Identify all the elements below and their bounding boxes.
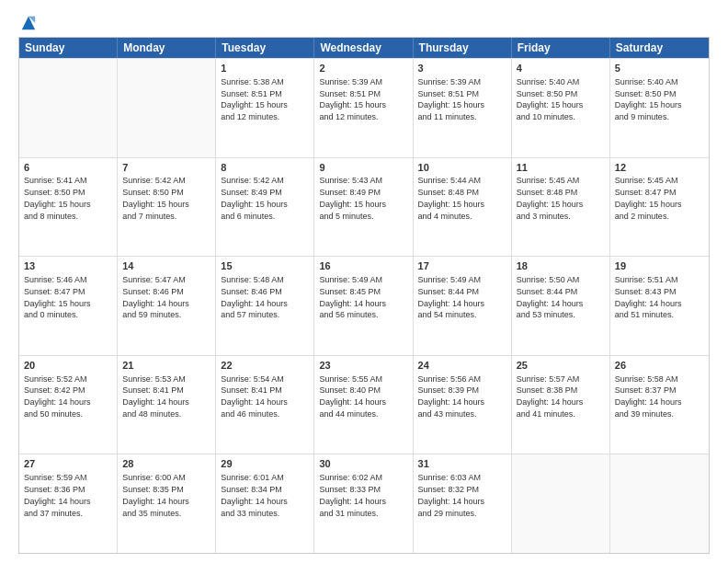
day-content: Sunrise: 5:45 AM Sunset: 8:48 PM Dayligh… <box>517 176 584 220</box>
day-number: 4 <box>517 62 605 75</box>
calendar-cell: 10Sunrise: 5:44 AM Sunset: 8:48 PM Dayli… <box>414 158 512 257</box>
calendar-cell: 31Sunrise: 6:03 AM Sunset: 8:32 PM Dayli… <box>414 454 512 553</box>
calendar-cell: 30Sunrise: 6:02 AM Sunset: 8:33 PM Dayli… <box>314 454 413 553</box>
page: SundayMondayTuesdayWednesdayThursdayFrid… <box>0 0 728 563</box>
header-cell-friday: Friday <box>512 38 610 58</box>
calendar: SundayMondayTuesdayWednesdayThursdayFrid… <box>18 37 710 554</box>
day-content: Sunrise: 6:01 AM Sunset: 8:34 PM Dayligh… <box>221 473 288 517</box>
day-number: 9 <box>319 161 407 175</box>
day-content: Sunrise: 6:00 AM Sunset: 8:35 PM Dayligh… <box>122 473 189 517</box>
day-content: Sunrise: 5:49 AM Sunset: 8:45 PM Dayligh… <box>319 275 386 319</box>
day-number: 3 <box>418 62 506 75</box>
day-number: 28 <box>122 457 210 471</box>
calendar-cell: 12Sunrise: 5:45 AM Sunset: 8:47 PM Dayli… <box>610 158 709 257</box>
day-number: 31 <box>418 457 506 471</box>
calendar-cell: 13Sunrise: 5:46 AM Sunset: 8:47 PM Dayli… <box>19 257 118 355</box>
day-number: 13 <box>24 259 112 273</box>
calendar-cell: 20Sunrise: 5:52 AM Sunset: 8:42 PM Dayli… <box>19 356 118 454</box>
calendar-cell: 8Sunrise: 5:42 AM Sunset: 8:49 PM Daylig… <box>216 158 314 257</box>
header-cell-wednesday: Wednesday <box>314 38 413 58</box>
calendar-cell: 24Sunrise: 5:56 AM Sunset: 8:39 PM Dayli… <box>414 356 512 454</box>
calendar-cell: 11Sunrise: 5:45 AM Sunset: 8:48 PM Dayli… <box>512 158 610 257</box>
calendar-cell: 18Sunrise: 5:50 AM Sunset: 8:44 PM Dayli… <box>512 257 610 355</box>
calendar-cell: 19Sunrise: 5:51 AM Sunset: 8:43 PM Dayli… <box>610 257 709 355</box>
calendar-cell: 26Sunrise: 5:58 AM Sunset: 8:37 PM Dayli… <box>610 356 709 454</box>
header <box>18 17 710 29</box>
day-number: 14 <box>122 259 210 273</box>
calendar-cell: 28Sunrise: 6:00 AM Sunset: 8:35 PM Dayli… <box>118 454 216 553</box>
day-number: 21 <box>122 359 210 373</box>
day-content: Sunrise: 5:53 AM Sunset: 8:41 PM Dayligh… <box>122 374 189 419</box>
calendar-week-4: 20Sunrise: 5:52 AM Sunset: 8:42 PM Dayli… <box>19 355 709 454</box>
calendar-week-2: 6Sunrise: 5:41 AM Sunset: 8:50 PM Daylig… <box>19 157 709 257</box>
day-number: 5 <box>615 62 704 75</box>
day-content: Sunrise: 5:39 AM Sunset: 8:51 PM Dayligh… <box>319 77 386 121</box>
day-number: 1 <box>221 62 309 75</box>
day-number: 27 <box>24 457 112 471</box>
header-cell-monday: Monday <box>118 38 216 58</box>
calendar-cell: 29Sunrise: 6:01 AM Sunset: 8:34 PM Dayli… <box>216 454 314 553</box>
day-content: Sunrise: 5:47 AM Sunset: 8:46 PM Dayligh… <box>122 275 189 319</box>
day-content: Sunrise: 5:46 AM Sunset: 8:47 PM Dayligh… <box>24 275 91 319</box>
day-content: Sunrise: 5:40 AM Sunset: 8:50 PM Dayligh… <box>615 77 682 121</box>
day-content: Sunrise: 5:58 AM Sunset: 8:37 PM Dayligh… <box>615 374 682 419</box>
day-number: 25 <box>517 359 605 373</box>
day-content: Sunrise: 5:40 AM Sunset: 8:50 PM Dayligh… <box>517 77 584 121</box>
day-content: Sunrise: 5:42 AM Sunset: 8:49 PM Dayligh… <box>221 176 288 220</box>
day-content: Sunrise: 5:49 AM Sunset: 8:44 PM Dayligh… <box>418 275 485 319</box>
day-content: Sunrise: 5:57 AM Sunset: 8:38 PM Dayligh… <box>517 374 584 419</box>
calendar-cell: 5Sunrise: 5:40 AM Sunset: 8:50 PM Daylig… <box>610 59 709 157</box>
day-number: 7 <box>122 161 210 175</box>
calendar-cell: 7Sunrise: 5:42 AM Sunset: 8:50 PM Daylig… <box>118 158 216 257</box>
calendar-header: SundayMondayTuesdayWednesdayThursdayFrid… <box>19 38 709 58</box>
day-number: 11 <box>517 161 605 175</box>
calendar-cell: 14Sunrise: 5:47 AM Sunset: 8:46 PM Dayli… <box>118 257 216 355</box>
day-content: Sunrise: 5:56 AM Sunset: 8:39 PM Dayligh… <box>418 374 485 419</box>
day-content: Sunrise: 5:51 AM Sunset: 8:43 PM Dayligh… <box>615 275 682 319</box>
calendar-week-1: 1Sunrise: 5:38 AM Sunset: 8:51 PM Daylig… <box>19 58 709 157</box>
day-content: Sunrise: 5:54 AM Sunset: 8:41 PM Dayligh… <box>221 374 288 419</box>
day-content: Sunrise: 5:55 AM Sunset: 8:40 PM Dayligh… <box>319 374 386 419</box>
day-number: 30 <box>319 457 407 471</box>
day-number: 10 <box>418 161 506 175</box>
day-content: Sunrise: 5:52 AM Sunset: 8:42 PM Dayligh… <box>24 374 91 419</box>
day-number: 29 <box>221 457 309 471</box>
logo-icon <box>20 15 37 31</box>
day-content: Sunrise: 5:41 AM Sunset: 8:50 PM Dayligh… <box>24 176 91 220</box>
day-number: 18 <box>517 259 605 273</box>
calendar-cell: 23Sunrise: 5:55 AM Sunset: 8:40 PM Dayli… <box>314 356 413 454</box>
day-number: 6 <box>24 161 112 175</box>
calendar-cell: 27Sunrise: 5:59 AM Sunset: 8:36 PM Dayli… <box>19 454 118 553</box>
day-content: Sunrise: 6:02 AM Sunset: 8:33 PM Dayligh… <box>319 473 386 517</box>
calendar-body: 1Sunrise: 5:38 AM Sunset: 8:51 PM Daylig… <box>19 58 709 553</box>
calendar-cell: 9Sunrise: 5:43 AM Sunset: 8:49 PM Daylig… <box>314 158 413 257</box>
day-number: 8 <box>221 161 309 175</box>
calendar-cell <box>512 454 610 553</box>
day-content: Sunrise: 5:48 AM Sunset: 8:46 PM Dayligh… <box>221 275 288 319</box>
day-number: 16 <box>319 259 407 273</box>
calendar-cell: 2Sunrise: 5:39 AM Sunset: 8:51 PM Daylig… <box>314 59 413 157</box>
calendar-cell: 3Sunrise: 5:39 AM Sunset: 8:51 PM Daylig… <box>414 59 512 157</box>
day-content: Sunrise: 5:42 AM Sunset: 8:50 PM Dayligh… <box>122 176 189 220</box>
day-content: Sunrise: 5:38 AM Sunset: 8:51 PM Dayligh… <box>221 77 288 121</box>
day-content: Sunrise: 5:45 AM Sunset: 8:47 PM Dayligh… <box>615 176 682 220</box>
day-content: Sunrise: 5:43 AM Sunset: 8:49 PM Dayligh… <box>319 176 386 220</box>
calendar-cell: 1Sunrise: 5:38 AM Sunset: 8:51 PM Daylig… <box>216 59 314 157</box>
header-cell-sunday: Sunday <box>19 38 118 58</box>
day-number: 19 <box>615 259 704 273</box>
day-number: 26 <box>615 359 704 373</box>
day-number: 12 <box>615 161 704 175</box>
calendar-cell: 4Sunrise: 5:40 AM Sunset: 8:50 PM Daylig… <box>512 59 610 157</box>
day-number: 22 <box>221 359 309 373</box>
day-number: 23 <box>319 359 407 373</box>
calendar-cell: 16Sunrise: 5:49 AM Sunset: 8:45 PM Dayli… <box>314 257 413 355</box>
calendar-cell: 15Sunrise: 5:48 AM Sunset: 8:46 PM Dayli… <box>216 257 314 355</box>
day-number: 20 <box>24 359 112 373</box>
calendar-week-3: 13Sunrise: 5:46 AM Sunset: 8:47 PM Dayli… <box>19 256 709 355</box>
day-number: 15 <box>221 259 309 273</box>
calendar-cell <box>19 59 118 157</box>
logo <box>18 17 37 29</box>
header-cell-thursday: Thursday <box>414 38 512 58</box>
day-content: Sunrise: 5:39 AM Sunset: 8:51 PM Dayligh… <box>418 77 485 121</box>
calendar-cell: 17Sunrise: 5:49 AM Sunset: 8:44 PM Dayli… <box>414 257 512 355</box>
